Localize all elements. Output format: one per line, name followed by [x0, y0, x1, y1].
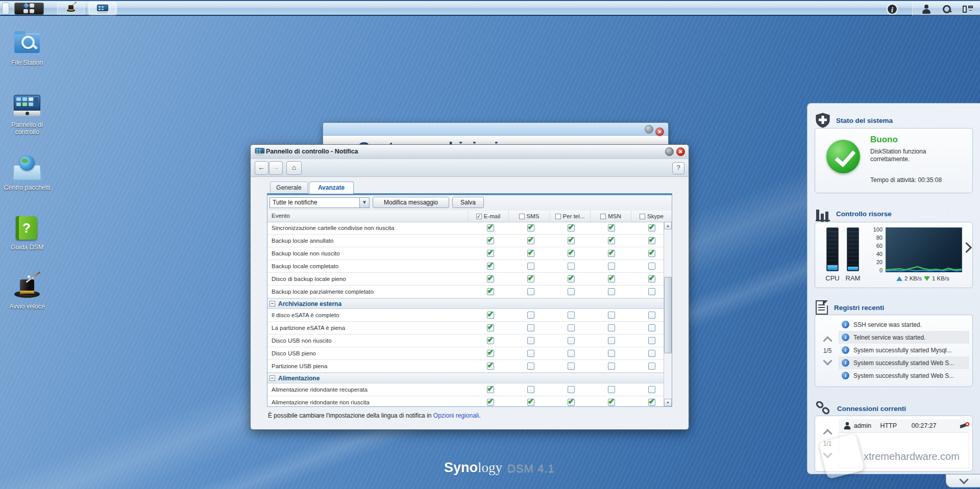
notification-checkbox[interactable] [487, 312, 494, 319]
main-menu-button[interactable] [14, 3, 44, 15]
group-header-row[interactable]: Alimentazione [267, 373, 672, 383]
event-row[interactable]: Disco USB non riuscito [267, 334, 672, 347]
window-titlebar[interactable]: ✕ [323, 123, 668, 136]
notification-checkbox[interactable] [568, 350, 575, 357]
page-up-icon[interactable] [823, 429, 832, 438]
notification-checkbox[interactable] [527, 237, 534, 244]
filter-select[interactable]: Tutte le notifiche ▼ [270, 197, 370, 208]
home-button[interactable]: ⌂ [286, 161, 302, 175]
notification-checkbox[interactable] [608, 350, 615, 357]
notification-checkbox[interactable] [487, 337, 494, 344]
panel-collapse-tab[interactable] [946, 474, 980, 487]
notification-checkbox[interactable] [527, 337, 534, 344]
notification-checkbox[interactable] [648, 288, 655, 295]
desktop-icon-guida-dsm[interactable]: ? Guida DSM [0, 214, 54, 251]
notification-checkbox[interactable] [648, 250, 655, 257]
notification-checkbox[interactable] [568, 275, 575, 282]
log-entry[interactable]: iSystem successfully started Mysql... [839, 344, 969, 356]
notification-checkbox[interactable] [487, 263, 494, 270]
event-row[interactable]: La partizione eSATA è piena [267, 322, 672, 334]
notification-checkbox[interactable] [608, 337, 615, 344]
notification-checkbox[interactable] [527, 399, 534, 406]
group-header-row[interactable]: Archiviazione esterna [267, 298, 672, 309]
log-entry[interactable]: iTelnet service was started. [839, 331, 969, 344]
forward-button[interactable]: → [269, 161, 283, 175]
log-entry[interactable]: iSSH service was started. [839, 318, 969, 331]
vertical-scrollbar[interactable]: ▲ ▼ [664, 222, 672, 406]
notification-checkbox[interactable] [568, 224, 575, 231]
column-header-sms[interactable]: SMS [508, 211, 549, 222]
notification-checkbox[interactable] [487, 250, 494, 257]
notification-checkbox[interactable] [648, 263, 655, 270]
pilot-view-icon[interactable] [963, 5, 973, 13]
column-header-email[interactable]: ✓E-mail [468, 211, 508, 222]
notification-checkbox[interactable] [608, 386, 615, 393]
event-row[interactable]: Sincronizzazione cartelle condivise non … [267, 222, 672, 235]
user-icon[interactable] [922, 5, 931, 14]
notification-checkbox[interactable] [487, 237, 494, 244]
notification-checkbox[interactable] [487, 324, 494, 331]
notification-checkbox[interactable] [568, 263, 575, 270]
notification-checkbox[interactable] [568, 237, 575, 244]
column-header-skype[interactable]: Skype [631, 211, 672, 222]
log-entry[interactable]: iSystem successfully started Web S... [839, 369, 969, 382]
notification-checkbox[interactable] [527, 386, 534, 393]
chevron-down-icon[interactable]: ▼ [359, 198, 369, 208]
header-checkbox[interactable] [519, 214, 525, 219]
tab-avanzate[interactable]: Avanzate [309, 182, 354, 194]
notification-checkbox[interactable] [487, 399, 494, 406]
notification-checkbox[interactable] [568, 386, 575, 393]
dialog-titlebar[interactable]: Pannello di controllo - Notifica ✕ [251, 145, 689, 160]
page-down-icon[interactable] [823, 356, 832, 365]
desktop-icon-centro-pacchetti[interactable]: Centro pacchetti [0, 155, 54, 191]
notification-checkbox[interactable] [527, 363, 534, 370]
notification-checkbox[interactable] [648, 386, 655, 393]
notification-checkbox[interactable] [568, 250, 575, 257]
notification-checkbox[interactable] [487, 363, 494, 370]
event-row[interactable]: Partizione USB piena [267, 360, 672, 373]
notification-checkbox[interactable] [608, 363, 615, 370]
save-button[interactable]: Salva [452, 197, 484, 208]
notification-checkbox[interactable] [608, 324, 615, 331]
notification-checkbox[interactable] [487, 275, 494, 282]
notification-checkbox[interactable] [568, 312, 575, 319]
notification-checkbox[interactable] [648, 237, 655, 244]
notification-checkbox[interactable] [608, 224, 615, 231]
desktop-icon-avvio-veloce[interactable]: Avvio veloce [0, 273, 54, 310]
notification-checkbox[interactable] [527, 312, 534, 319]
column-header-pertel[interactable]: Per tel... [549, 211, 590, 222]
notification-checkbox[interactable] [648, 337, 655, 344]
notification-checkbox[interactable] [608, 263, 615, 270]
scrollbar-thumb[interactable] [664, 277, 672, 353]
header-checkbox[interactable] [555, 214, 561, 219]
minimize-button[interactable] [665, 147, 674, 156]
notification-checkbox[interactable] [527, 275, 534, 282]
scroll-up-arrow[interactable]: ▲ [664, 222, 672, 229]
connection-row[interactable]: admin HTTP 00:27:27 [839, 419, 969, 433]
notification-checkbox[interactable] [608, 399, 615, 406]
disconnect-icon[interactable] [960, 422, 969, 429]
show-desktop-button[interactable] [2, 3, 9, 15]
close-button[interactable]: ✕ [655, 127, 664, 136]
notification-checkbox[interactable] [527, 263, 534, 270]
notification-checkbox[interactable] [568, 399, 575, 406]
event-row[interactable]: Backup locale non riuscito [267, 247, 672, 260]
back-button[interactable]: ← [255, 161, 268, 175]
tab-generale[interactable]: Generale [270, 182, 308, 193]
page-up-icon[interactable] [823, 336, 832, 345]
notification-checkbox[interactable] [568, 337, 575, 344]
column-header-msn[interactable]: MSN [590, 211, 631, 222]
header-checkbox[interactable] [600, 214, 606, 219]
notification-checkbox[interactable] [487, 386, 494, 393]
notification-checkbox[interactable] [568, 324, 575, 331]
scroll-down-arrow[interactable]: ▼ [664, 399, 672, 406]
search-icon[interactable] [942, 5, 951, 14]
event-row[interactable]: Alimentazione ridondante recuperata [267, 383, 672, 396]
notification-checkbox[interactable] [648, 224, 655, 231]
header-checkbox[interactable]: ✓ [476, 214, 482, 219]
notification-checkbox[interactable] [608, 275, 615, 282]
collapse-icon[interactable] [270, 375, 275, 381]
collapse-icon[interactable] [270, 301, 275, 306]
notification-checkbox[interactable] [487, 224, 494, 231]
notification-checkbox[interactable] [648, 399, 655, 406]
